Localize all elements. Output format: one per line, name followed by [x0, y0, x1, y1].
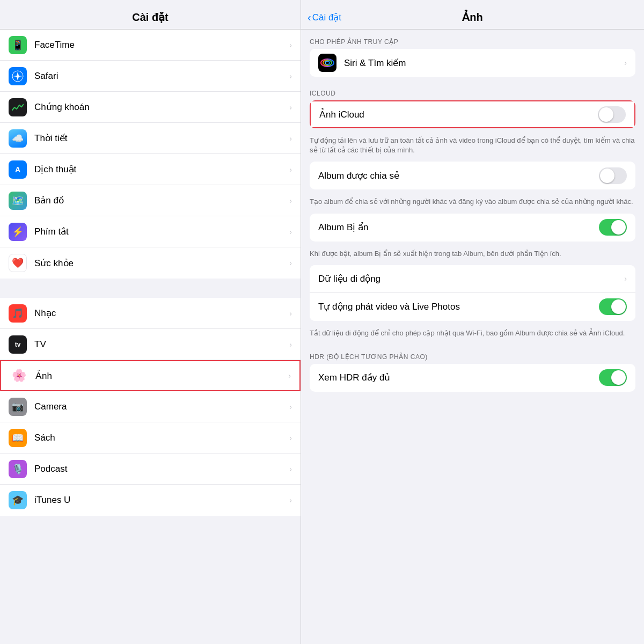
settings-item-thoitiet[interactable]: ☁️ Thời tiết ›	[0, 123, 301, 154]
anh-icon: 🌸	[10, 367, 28, 385]
xem-hdr-toggle[interactable]	[599, 369, 627, 386]
album-bian-label: Album Bị ẩn	[318, 222, 599, 233]
du-lieu-item[interactable]: Dữ liệu di động ›	[310, 265, 635, 293]
tu-dong-toggle[interactable]	[599, 298, 627, 315]
anh-label: Ảnh	[35, 370, 288, 382]
thoitiet-label: Thời tiết	[34, 133, 289, 144]
album-bian-desc: Khi được bật, album Bị ẩn sẽ xuất hiện t…	[301, 246, 644, 265]
chungkhoan-icon	[9, 98, 27, 116]
album-bian-toggle[interactable]	[599, 219, 627, 236]
podcast-icon: 🎙️	[9, 460, 27, 478]
siri-chevron: ›	[624, 58, 627, 67]
settings-item-tv[interactable]: tv TV ›	[0, 329, 301, 360]
settings-item-camera[interactable]: 📷 Camera ›	[0, 391, 301, 422]
svg-rect-2	[319, 55, 335, 71]
thoitiet-chevron: ›	[289, 134, 292, 143]
back-label: Cài đặt	[312, 12, 341, 23]
settings-item-nhac[interactable]: 🎵 Nhạc ›	[0, 298, 301, 329]
du-lieu-chevron: ›	[624, 274, 627, 283]
tv-chevron: ›	[289, 340, 292, 349]
podcast-chevron: ›	[289, 465, 292, 473]
nhac-chevron: ›	[289, 309, 292, 318]
hdr-group: Xem HDR đầy đủ	[310, 364, 635, 392]
podcast-label: Podcast	[34, 464, 289, 474]
chungkhoan-label: Chứng khoán	[34, 101, 289, 113]
du-lieu-label: Dữ liệu di động	[318, 273, 624, 284]
settings-item-bando[interactable]: 🗺️ Bản đồ ›	[0, 185, 301, 216]
settings-item-chungkhoan[interactable]: Chứng khoán ›	[0, 92, 301, 123]
tu-dong-item[interactable]: Tự động phát video và Live Photos	[310, 293, 635, 321]
xem-hdr-knob	[611, 370, 626, 385]
right-content: CHO PHÉP ẢNH TRUY CẬP	[301, 30, 644, 644]
itunesu-label: iTunes U	[34, 495, 289, 506]
settings-item-safari[interactable]: Safari ›	[0, 61, 301, 92]
camera-icon: 📷	[9, 398, 27, 416]
back-chevron-icon: ‹	[308, 11, 311, 24]
right-title: Ảnh	[462, 11, 482, 24]
album-bian-group: Album Bị ẩn	[310, 214, 635, 241]
icloud-photos-item[interactable]: Ảnh iCloud	[310, 100, 635, 128]
dichthuaat-icon: A	[9, 160, 27, 179]
bando-chevron: ›	[289, 196, 292, 205]
settings-item-sach[interactable]: 📖 Sách ›	[0, 422, 301, 453]
icloud-photos-label: Ảnh iCloud	[319, 109, 598, 120]
settings-item-phimtat[interactable]: ⚡ Phím tắt ›	[0, 216, 301, 247]
top-settings-list: 📱 FaceTime › Safari › Chứng khoán › ☁️ T…	[0, 30, 301, 279]
album-bian-knob	[611, 220, 626, 235]
settings-item-itunesu[interactable]: 🎓 iTunes U ›	[0, 485, 301, 516]
settings-item-facetime[interactable]: 📱 FaceTime ›	[0, 30, 301, 61]
tu-dong-label: Tự động phát video và Live Photos	[318, 301, 599, 312]
siri-item[interactable]: Siri & Tìm kiếm ›	[310, 49, 635, 77]
cho-phep-section-label: CHO PHÉP ẢNH TRUY CẬP	[301, 30, 644, 49]
sach-label: Sách	[34, 433, 289, 443]
bando-icon: 🗺️	[9, 192, 27, 210]
left-title: Cài đặt	[132, 11, 169, 23]
facetime-icon: 📱	[9, 36, 27, 54]
icloud-desc: Tự động tải lên và lưu trữ an toàn tất c…	[301, 133, 644, 162]
album-chiase-toggle[interactable]	[599, 167, 627, 184]
chungkhoan-chevron: ›	[289, 103, 292, 112]
nhac-icon: 🎵	[9, 304, 27, 323]
icloud-section-label: ICLOUD	[301, 81, 644, 100]
right-header: ‹ Cài đặt Ảnh	[301, 0, 644, 30]
sach-icon: 📖	[9, 429, 27, 447]
itunesu-icon: 🎓	[9, 491, 27, 509]
suckhoe-chevron: ›	[289, 259, 292, 267]
xem-hdr-item[interactable]: Xem HDR đầy đủ	[310, 364, 635, 392]
camera-label: Camera	[34, 401, 289, 412]
left-panel: Cài đặt 📱 FaceTime › Safari › Chứng khoá…	[0, 0, 301, 644]
anh-chevron: ›	[288, 371, 291, 380]
facetime-label: FaceTime	[34, 40, 289, 50]
album-chiase-item[interactable]: Album được chia sẻ	[310, 162, 635, 189]
thoitiet-icon: ☁️	[9, 129, 27, 148]
icloud-photos-knob	[599, 107, 613, 122]
left-header: Cài đặt	[0, 0, 301, 30]
safari-icon	[9, 67, 27, 85]
right-panel: ‹ Cài đặt Ảnh CHO PHÉP ẢNH TRUY CẬP	[301, 0, 644, 644]
phimtat-icon: ⚡	[9, 223, 27, 241]
album-chiase-group: Album được chia sẻ	[310, 162, 635, 189]
tv-icon: tv	[9, 335, 27, 354]
safari-label: Safari	[34, 71, 289, 82]
tu-dong-knob	[611, 299, 626, 314]
siri-icon	[318, 54, 336, 72]
itunesu-chevron: ›	[289, 496, 292, 504]
phimtat-chevron: ›	[289, 228, 292, 236]
settings-item-suckhoe[interactable]: ❤️ Sức khỏe ›	[0, 247, 301, 279]
back-button[interactable]: ‹ Cài đặt	[308, 11, 341, 24]
settings-item-podcast[interactable]: 🎙️ Podcast ›	[0, 453, 301, 485]
album-bian-item[interactable]: Album Bị ẩn	[310, 214, 635, 241]
bottom-settings-list: 🎵 Nhạc › tv TV › 🌸 Ảnh › 📷 Camera › 📖 Sá…	[0, 298, 301, 516]
camera-chevron: ›	[289, 402, 292, 411]
du-lieu-group: Dữ liệu di động › Tự động phát video và …	[310, 265, 635, 321]
icloud-photos-toggle[interactable]	[598, 106, 626, 123]
dichthuaat-label: Dịch thuật	[34, 164, 289, 175]
phimtat-label: Phím tắt	[34, 226, 289, 237]
settings-item-anh[interactable]: 🌸 Ảnh ›	[0, 360, 301, 391]
hdr-section-label: HDR (ĐỘ LỆCH TƯƠNG PHẢN CAO)	[301, 345, 644, 364]
settings-item-dichthuaat[interactable]: A Dịch thuật ›	[0, 154, 301, 185]
album-chiase-label: Album được chia sẻ	[318, 170, 599, 181]
suckhoe-icon: ❤️	[9, 254, 27, 272]
safari-chevron: ›	[289, 72, 292, 80]
tv-label: TV	[34, 339, 289, 350]
